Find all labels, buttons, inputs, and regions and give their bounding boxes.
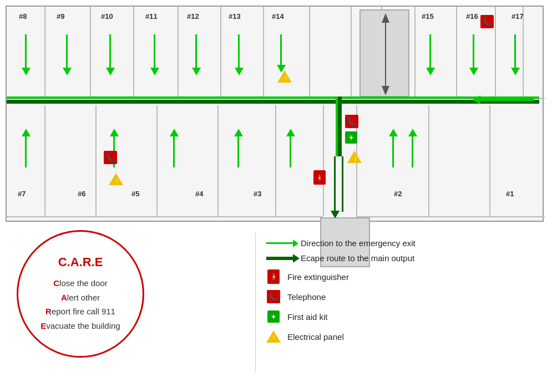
arrow-stem <box>514 34 516 68</box>
arrow-down-12 <box>192 68 201 75</box>
arrow-down-17 <box>511 68 520 75</box>
arrow-stem <box>66 34 68 68</box>
arrow-down-8 <box>22 68 31 75</box>
arrow-down-11 <box>150 68 159 75</box>
corridor-line-thick <box>7 100 539 104</box>
room-9-label: #9 <box>57 12 64 21</box>
legend-item-fire-ext: 🧯 Fire extinguisher <box>266 269 533 284</box>
arrow-stem-exit2 <box>342 156 343 212</box>
arrow-down-13 <box>235 68 244 75</box>
legend-phone-box: 📞 <box>266 289 281 304</box>
arrow-down-exit <box>331 211 340 218</box>
arrow-up-7 <box>22 129 31 136</box>
room-4-label: #4 <box>195 190 203 198</box>
arrow-up-6 <box>110 129 119 136</box>
legend-thick-arrow-text: Ecape route to the main output <box>301 253 414 263</box>
arrow-stem-exit <box>334 156 336 212</box>
room-11-label: #11 <box>145 12 158 21</box>
legend-thick-arrow-icon <box>266 257 294 260</box>
care-title: C.A.R.E <box>58 255 103 269</box>
room-8-label: #8 <box>19 12 27 21</box>
room-6-label: #6 <box>78 190 85 198</box>
first-aid-icon-center: + <box>345 131 357 144</box>
care-line-1: Close the door <box>53 276 108 291</box>
arrow-up-5 <box>170 129 179 136</box>
corridor-line-thin <box>7 96 539 99</box>
arrow-stem <box>429 34 431 68</box>
elevator-arrows-svg <box>361 11 411 98</box>
wall <box>263 7 264 98</box>
wall <box>428 105 429 216</box>
arrow-up-4 <box>234 129 243 136</box>
arrow-stem <box>154 34 155 68</box>
arrow-stem <box>195 34 197 68</box>
arrow-down-9 <box>63 68 72 75</box>
wall <box>95 105 97 216</box>
arrow-up-2a <box>389 129 398 136</box>
legend-fire-ext-box: 🧯 <box>266 269 281 284</box>
care-line-3: Report fire call 911 <box>45 304 115 319</box>
svg-marker-2 <box>382 86 389 95</box>
room-14-label: #14 <box>272 12 284 21</box>
arrow-stem-5 <box>173 134 175 167</box>
wall <box>7 216 323 217</box>
room-7-label: #7 <box>18 190 26 198</box>
legend-first-aid-text: First aid kit <box>287 312 328 322</box>
legend: Direction to the emergency exit Ecape ro… <box>266 238 533 349</box>
wall <box>456 7 457 98</box>
legend-divider <box>255 233 256 371</box>
legend-item-thin-arrow: Direction to the emergency exit <box>266 238 533 248</box>
wall <box>309 7 310 98</box>
room-2-label: #2 <box>394 190 402 198</box>
room-1-label: #1 <box>506 190 514 198</box>
phone-icon-16-top: 📞 <box>480 15 494 28</box>
room-10-label: #10 <box>101 12 113 21</box>
arrow-down-15 <box>426 68 435 75</box>
legend-fire-ext-text: Fire extinguisher <box>287 272 349 282</box>
wall <box>275 105 276 216</box>
arrow-stem-3 <box>290 134 291 167</box>
legend-warning-box: ⚡ <box>266 329 281 344</box>
legend-item-electrical: ⚡ Electrical panel <box>266 329 533 344</box>
floorplan: #8 #9 #10 #11 #12 #13 #14 #15 #16 #17 #7… <box>6 6 544 222</box>
legend-phone-text: Telephone <box>287 292 326 302</box>
arrow-stem <box>25 34 27 68</box>
arrow-stem-2b <box>412 134 413 167</box>
wall <box>44 7 45 98</box>
legend-warning-inner: ⚡ <box>271 334 277 340</box>
legend-item-phone: 📞 Telephone <box>266 289 533 304</box>
care-line-2: Alert other <box>61 291 100 305</box>
wall <box>133 7 134 98</box>
legend-thin-arrow-icon <box>266 242 294 244</box>
arrow-stem <box>280 34 282 65</box>
room-17-label: #17 <box>512 12 524 21</box>
wall <box>414 7 416 98</box>
arrow-stem-7 <box>25 134 27 167</box>
legend-item-thick-arrow: Ecape route to the main output <box>266 253 533 263</box>
elevator-shaft <box>359 9 409 97</box>
room-16-label: #16 <box>466 12 478 21</box>
wall <box>489 105 490 216</box>
legend-phone-icon: 📞 <box>267 290 280 303</box>
legend-electrical-text: Electrical panel <box>287 332 344 342</box>
wall <box>90 7 91 98</box>
legend-thin-arrow-text: Direction to the emergency exit <box>301 238 416 248</box>
floor-outline: #8 #9 #10 #11 #12 #13 #14 #15 #16 #17 #7… <box>6 6 544 222</box>
arrow-stem <box>109 34 111 68</box>
wall <box>178 7 179 98</box>
legend-first-aid-icon: + <box>267 310 280 323</box>
wall <box>356 216 545 217</box>
room-13-label: #13 <box>229 12 241 21</box>
wall <box>217 105 219 216</box>
wall <box>323 105 324 216</box>
arrow-down-10 <box>106 68 115 75</box>
phone-icon-center: 📞 <box>345 115 358 128</box>
room-3-label: #3 <box>254 190 261 198</box>
arrow-stem <box>238 34 240 68</box>
wall <box>44 105 45 216</box>
fire-ext-icon-3: 🧯 <box>313 170 326 185</box>
wall <box>220 7 221 98</box>
care-circle: C.A.R.E Close the door Alert other Repor… <box>17 230 144 358</box>
arrow-up-2b <box>408 129 417 136</box>
arrow-down-16 <box>469 68 478 75</box>
